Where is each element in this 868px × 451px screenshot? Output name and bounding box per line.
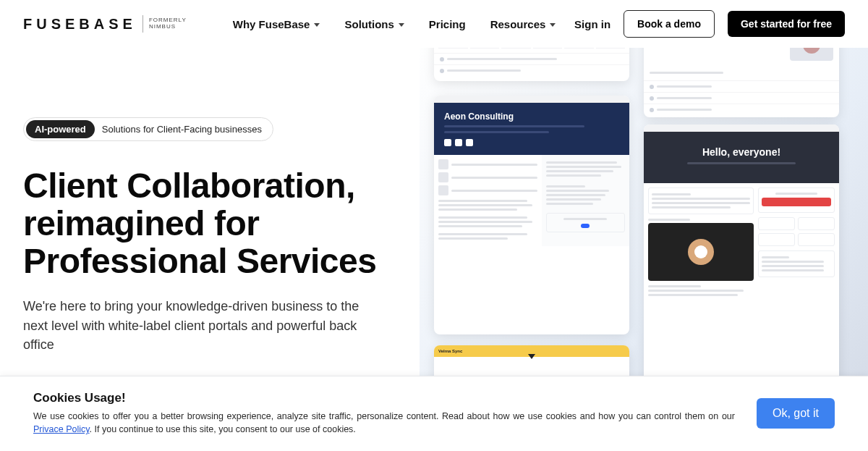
cookie-banner: Cookies Usage! We use cookies to offer y…: [0, 376, 868, 452]
top-nav: FUSEBASE FORMERLY NIMBUS Why FuseBase So…: [0, 0, 868, 48]
book-demo-button[interactable]: Book a demo: [624, 10, 715, 38]
logo-sublabel: FORMERLY NIMBUS: [149, 17, 187, 30]
logo-wordmark: FUSEBASE: [23, 16, 137, 33]
nav-item-resources[interactable]: Resources: [490, 18, 556, 30]
nav-item-label: Pricing: [429, 18, 466, 30]
preview-card-title: Aeon Consulting: [444, 111, 619, 122]
preview-card-greeting: Hello, everyone!: [702, 146, 780, 158]
chevron-down-icon: [399, 23, 404, 27]
nav-actions: Sign in Book a demo Get started for free: [574, 10, 845, 38]
chevron-down-icon: [550, 23, 556, 27]
hero-subtext: We're here to bring your knowledge-drive…: [23, 297, 378, 353]
cookie-title: Cookies Usage!: [33, 391, 735, 405]
cookie-accept-button[interactable]: Ok, got it: [757, 398, 835, 429]
chevron-down-icon: [314, 23, 320, 27]
logo-sublabel-2: NIMBUS: [149, 24, 187, 30]
hero-pill-text: Solutions for Client-Facing businesses: [102, 124, 271, 135]
nav-item-solutions[interactable]: Solutions: [344, 18, 404, 30]
cookie-desc: We use cookies to offer you a better bro…: [33, 410, 735, 437]
hero-headline-line: Client Collaboration,: [23, 167, 399, 205]
logo[interactable]: FUSEBASE FORMERLY NIMBUS: [23, 15, 187, 33]
sign-in-link[interactable]: Sign in: [574, 18, 610, 30]
nav-item-label: Why FuseBase: [233, 18, 310, 30]
nav-item-pricing[interactable]: Pricing: [429, 18, 466, 30]
nav-menu: Why FuseBase Solutions Pricing Resources: [233, 18, 556, 30]
nav-item-label: Solutions: [344, 18, 393, 30]
get-started-button[interactable]: Get started for free: [728, 11, 845, 37]
hero-pill-group: AI-powered Solutions for Client-Facing b…: [23, 117, 273, 141]
cookie-text-2: . If you continue to use this site, you …: [90, 424, 356, 434]
preview-card-label: Velma Sync: [438, 349, 462, 353]
hero-preview-collage: Aeon Consulting: [420, 23, 868, 429]
ai-powered-pill: AI-powered: [26, 120, 95, 138]
hero-headline: Client Collaboration, reimagined for Pro…: [23, 167, 399, 279]
cookie-text-block: Cookies Usage! We use cookies to offer y…: [33, 391, 735, 437]
nav-item-label: Resources: [490, 18, 546, 30]
preview-card-hello: Hello, everyone!: [644, 125, 839, 385]
preview-card-aeon: Aeon Consulting: [434, 96, 629, 334]
logo-separator: [142, 15, 143, 33]
cookie-text-1: We use cookies to offer you a better bro…: [33, 411, 735, 421]
hero-headline-line: reimagined for: [23, 205, 399, 243]
nav-item-why[interactable]: Why FuseBase: [233, 18, 320, 30]
hero-headline-line: Professional Services: [23, 243, 399, 280]
hero-copy: AI-powered Solutions for Client-Facing b…: [23, 117, 399, 354]
privacy-policy-link[interactable]: Privace Policy: [33, 424, 90, 434]
